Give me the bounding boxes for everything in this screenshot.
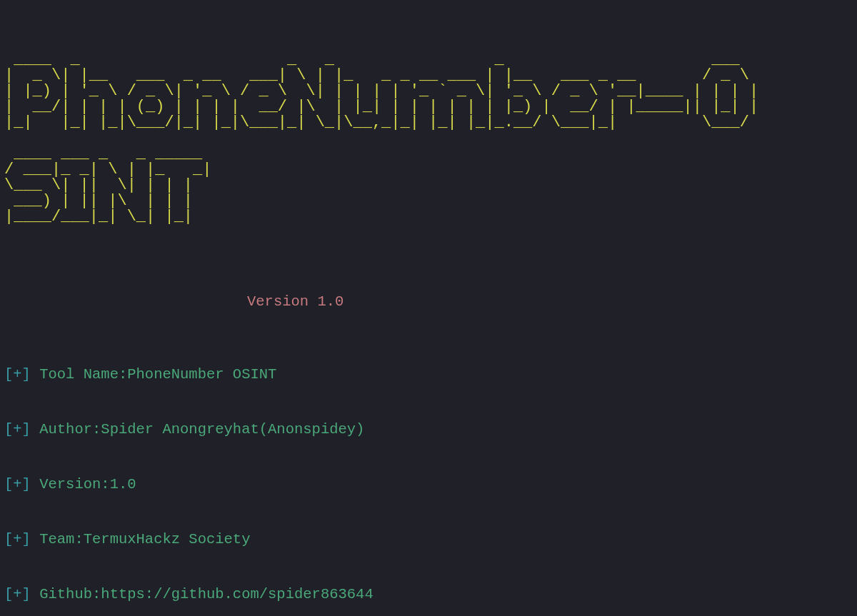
info-text: Tool Name:PhoneNumber OSINT xyxy=(39,366,276,383)
info-text: Github:https://github.com/spider863644 xyxy=(39,586,373,602)
bracket-prefix: [+] xyxy=(4,366,31,383)
info-text: Team:TermuxHackz Society xyxy=(39,531,250,547)
info-team: [+] Team:TermuxHackz Society xyxy=(4,530,853,549)
info-author: [+] Author:Spider Anongreyhat(Anonspidey… xyxy=(4,420,853,439)
bracket-prefix: [+] xyxy=(4,531,31,547)
bracket-prefix: [+] xyxy=(4,421,31,438)
version-line: Version 1.0 xyxy=(4,293,853,311)
info-text: Author:Spider Anongreyhat(Anonspidey) xyxy=(39,421,364,438)
terminal-window[interactable]: ____ _ _ _ _ ___ | _ \| |__ ___ _ __ ___… xyxy=(0,0,857,616)
ascii-banner: ____ _ _ _ _ ___ | _ \| |__ ___ _ __ ___… xyxy=(4,52,853,225)
info-text: Version:1.0 xyxy=(39,476,136,493)
info-github: [+] Github:https://github.com/spider8636… xyxy=(4,585,853,604)
info-version: [+] Version:1.0 xyxy=(4,475,853,494)
bracket-prefix: [+] xyxy=(4,586,31,602)
info-tool-name: [+] Tool Name:PhoneNumber OSINT xyxy=(4,365,853,384)
bracket-prefix: [+] xyxy=(4,476,31,493)
